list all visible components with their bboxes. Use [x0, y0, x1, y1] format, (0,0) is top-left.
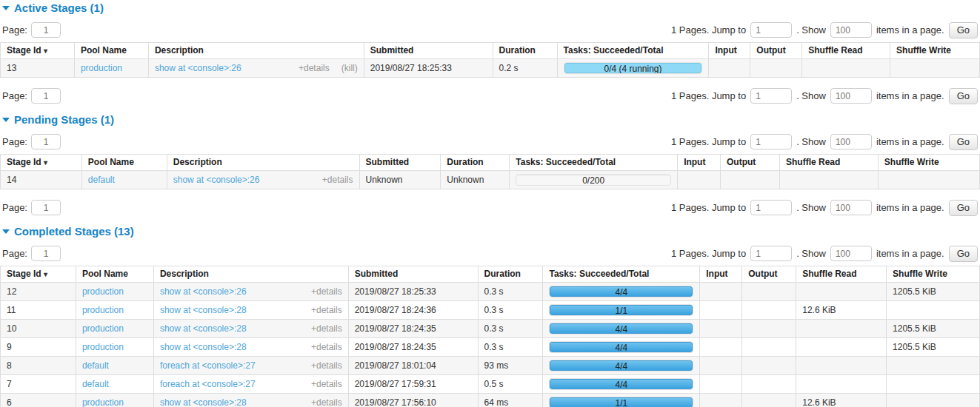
jump-to-input[interactable]: [750, 88, 792, 104]
column-header-duration[interactable]: Duration: [478, 266, 543, 283]
column-header-tasks-succeeded-total[interactable]: Tasks: Succeeded/Total: [510, 155, 678, 171]
page-input[interactable]: [31, 246, 61, 261]
show-count-input[interactable]: [830, 246, 872, 261]
tasks-progress-bar: 4/4: [549, 341, 693, 353]
column-header-duration[interactable]: Duration: [441, 155, 510, 171]
jump-to-input[interactable]: [750, 200, 792, 215]
go-button[interactable]: Go: [949, 246, 978, 262]
description-link[interactable]: show at <console>:26: [173, 175, 260, 185]
pool-name-link[interactable]: production: [82, 342, 124, 352]
column-header-input[interactable]: Input: [700, 266, 742, 283]
details-toggle[interactable]: +details: [322, 175, 353, 185]
description-link[interactable]: show at <console>:26: [155, 64, 241, 73]
column-header-shuffle-read[interactable]: Shuffle Read: [779, 155, 878, 171]
column-header-pool-name[interactable]: Pool Name: [74, 43, 148, 59]
show-count-input[interactable]: [830, 134, 872, 149]
pool-name-link[interactable]: production: [82, 305, 124, 315]
collapse-caret-icon: [2, 229, 10, 234]
pool-name-link[interactable]: default: [82, 379, 109, 389]
column-header-tasks-succeeded-total[interactable]: Tasks: Succeeded/Total: [543, 266, 700, 283]
pagination-row: Page:1 Pages. Jump to. Showitems in a pa…: [0, 133, 980, 150]
go-button[interactable]: Go: [949, 200, 978, 216]
pagination-row: Page:1 Pages. Jump to. Showitems in a pa…: [0, 245, 980, 262]
column-header-stage-id[interactable]: Stage Id ▾: [1, 43, 75, 59]
column-header-shuffle-write[interactable]: Shuffle Write: [878, 155, 979, 171]
duration-cell: 93 ms: [478, 357, 543, 375]
column-header-input[interactable]: Input: [678, 155, 721, 171]
description-link[interactable]: show at <console>:28: [160, 343, 247, 352]
page-input[interactable]: [31, 200, 61, 215]
jump-to-input[interactable]: [750, 22, 792, 38]
column-header-stage-id[interactable]: Stage Id ▾: [1, 155, 82, 171]
description-link[interactable]: foreach at <console>:27: [160, 361, 256, 371]
jump-to-input[interactable]: [750, 134, 792, 149]
page-input[interactable]: [31, 88, 61, 104]
column-header-shuffle-read[interactable]: Shuffle Read: [796, 266, 887, 283]
stage-id-cell: 11: [1, 301, 76, 320]
pagination-left: Page:: [2, 246, 61, 261]
column-header-tasks-succeeded-total[interactable]: Tasks: Succeeded/Total: [557, 43, 709, 59]
tasks-cell: 4/4: [543, 357, 700, 375]
output-cell: [742, 357, 796, 375]
pool-name-link[interactable]: production: [82, 323, 124, 334]
pool-name-link[interactable]: default: [82, 360, 109, 371]
column-header-stage-id[interactable]: Stage Id ▾: [1, 266, 76, 283]
column-header-submitted[interactable]: Submitted: [348, 266, 478, 283]
column-header-output[interactable]: Output: [750, 43, 802, 59]
pool-name-link[interactable]: default: [88, 175, 115, 185]
column-header-submitted[interactable]: Submitted: [359, 155, 441, 171]
page-input[interactable]: [31, 134, 61, 149]
column-header-shuffle-write[interactable]: Shuffle Write: [890, 43, 980, 59]
pool-name-link[interactable]: production: [81, 63, 122, 73]
show-count-input[interactable]: [830, 88, 872, 104]
column-header-shuffle-write[interactable]: Shuffle Write: [887, 266, 980, 283]
page-label: Page:: [2, 24, 27, 36]
show-count-input[interactable]: [830, 22, 872, 38]
details-toggle[interactable]: +details: [311, 380, 342, 389]
pool-name-cell: default: [76, 357, 153, 375]
column-header-output[interactable]: Output: [721, 155, 780, 171]
section-heading[interactable]: Active Stages (1): [2, 1, 980, 14]
page-input[interactable]: [31, 22, 61, 38]
show-count-input[interactable]: [830, 200, 872, 215]
column-header-submitted[interactable]: Submitted: [364, 43, 493, 59]
column-header-description[interactable]: Description: [167, 155, 359, 171]
column-header-duration[interactable]: Duration: [493, 43, 557, 59]
description-link[interactable]: show at <console>:28: [160, 398, 247, 407]
column-header-input[interactable]: Input: [709, 43, 750, 59]
section-heading[interactable]: Pending Stages (1): [2, 113, 980, 126]
kill-link[interactable]: (kill): [341, 64, 358, 73]
column-header-pool-name[interactable]: Pool Name: [76, 266, 153, 283]
page-label: Page:: [2, 90, 27, 101]
go-button[interactable]: Go: [949, 22, 978, 38]
submitted-cell: 2019/08/27 18:01:04: [348, 357, 478, 375]
pool-name-link[interactable]: production: [82, 286, 124, 297]
column-header-pool-name[interactable]: Pool Name: [81, 155, 167, 171]
description-link[interactable]: show at <console>:28: [160, 306, 247, 315]
details-toggle[interactable]: +details: [311, 343, 342, 352]
pool-name-link[interactable]: production: [82, 397, 124, 407]
details-toggle[interactable]: +details: [299, 64, 330, 73]
column-header-description[interactable]: Description: [153, 266, 348, 283]
section-heading[interactable]: Completed Stages (13): [2, 225, 980, 238]
description-link[interactable]: show at <console>:26: [160, 287, 247, 297]
go-button[interactable]: Go: [949, 134, 978, 150]
column-header-description[interactable]: Description: [148, 43, 364, 59]
details-toggle[interactable]: +details: [311, 287, 342, 297]
details-toggle[interactable]: +details: [311, 398, 342, 407]
description-link[interactable]: foreach at <console>:27: [160, 380, 256, 389]
stage-id-cell: 7: [1, 375, 76, 394]
details-toggle[interactable]: +details: [311, 361, 342, 371]
description-link[interactable]: show at <console>:28: [160, 324, 247, 334]
jump-to-input[interactable]: [750, 246, 792, 261]
go-button[interactable]: Go: [949, 88, 978, 104]
description-cell: show at <console>:28+details: [153, 301, 348, 320]
details-toggle[interactable]: +details: [311, 324, 342, 334]
column-header-output[interactable]: Output: [742, 266, 796, 283]
details-toggle[interactable]: +details: [311, 306, 342, 315]
column-header-shuffle-read[interactable]: Shuffle Read: [802, 43, 890, 59]
duration-cell: Unknown: [441, 171, 510, 189]
duration-cell: 0.3 s: [478, 301, 543, 320]
shuffle-read-cell: [779, 171, 878, 189]
pool-name-cell: default: [81, 171, 167, 189]
